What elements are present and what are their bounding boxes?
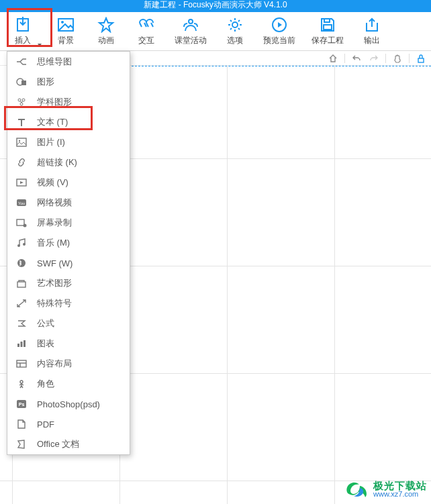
link-icon (15, 156, 28, 168)
menu-shape[interactable]: 图形 (7, 72, 130, 92)
subject-shape-icon (15, 96, 28, 108)
formula-icon (15, 317, 28, 330)
selection-dash (132, 66, 431, 66)
menu-mindmap[interactable]: 思维导图 (7, 52, 130, 72)
svg-point-14 (19, 140, 20, 142)
hand-icon[interactable] (391, 52, 403, 64)
svg-point-2 (189, 19, 193, 23)
class-activity-label: 课堂活动 (175, 35, 207, 46)
menu-character[interactable]: 角色 (7, 374, 130, 394)
menu-label: 图片 (I) (37, 136, 65, 148)
interaction-button[interactable]: 交互 (126, 12, 166, 50)
menu-label: 内容布局 (37, 358, 72, 370)
window-titlebar: 新建工程 - Focusky动画演示大师 V4.1.0 (0, 0, 431, 12)
gridline (334, 66, 335, 504)
menu-hyperlink[interactable]: 超链接 (K) (7, 152, 130, 172)
menu-label: 图形 (37, 76, 54, 88)
text-icon (15, 116, 28, 128)
svg-rect-27 (17, 360, 26, 367)
menu-subject-shape[interactable]: 学科图形 (7, 92, 130, 112)
background-button[interactable]: 背景 (46, 12, 86, 50)
svg-rect-24 (17, 344, 19, 347)
menu-music[interactable]: 音乐 (M) (7, 233, 130, 253)
svg-rect-13 (17, 138, 26, 146)
svg-rect-7 (418, 58, 424, 62)
svg-rect-9 (21, 81, 26, 85)
insert-label: 插入 (15, 35, 31, 46)
options-icon (226, 16, 244, 34)
svg-rect-18 (17, 219, 24, 225)
artshape-icon (15, 277, 28, 289)
pdf-icon (15, 418, 28, 430)
options-button[interactable]: 选项 (215, 12, 255, 50)
svg-point-19 (23, 224, 27, 228)
menu-video[interactable]: 视频 (V) (7, 172, 130, 193)
insert-button[interactable]: 插入 (0, 12, 46, 50)
menu-label: 文本 (T) (37, 116, 68, 128)
svg-rect-26 (23, 340, 26, 347)
menu-label: 思维导图 (37, 56, 72, 68)
menu-artshape[interactable]: 艺术图形 (7, 273, 130, 293)
svg-rect-5 (324, 19, 330, 22)
export-button[interactable]: 输出 (352, 12, 392, 50)
swf-icon (15, 257, 28, 269)
background-icon (56, 16, 75, 34)
character-icon (15, 378, 28, 390)
menu-pdf[interactable]: PDF (7, 414, 130, 434)
menu-label: 角色 (37, 378, 54, 390)
menu-swf[interactable]: SWF (W) (7, 253, 130, 273)
svg-text:Ps: Ps (19, 402, 25, 407)
video-icon (15, 177, 28, 189)
menu-label: 学科图形 (37, 96, 72, 108)
svg-point-28 (20, 381, 23, 383)
separator (385, 54, 386, 63)
menu-label: Office 文档 (37, 438, 79, 450)
menu-screenrec[interactable]: 屏幕录制 (7, 213, 130, 233)
gridline (227, 66, 228, 504)
svg-point-12 (20, 103, 23, 105)
save-button[interactable]: 保存工程 (303, 12, 352, 50)
menu-formula[interactable]: 公式 (7, 313, 130, 334)
separator (344, 54, 345, 63)
class-activity-button[interactable]: 课堂活动 (166, 12, 215, 50)
lock-icon[interactable] (415, 52, 427, 64)
options-label: 选项 (227, 35, 243, 46)
redo-icon[interactable] (368, 52, 380, 64)
menu-label: 屏幕录制 (37, 217, 72, 229)
menu-photoshop[interactable]: Ps PhotoShop(psd) (7, 394, 130, 414)
svg-point-22 (17, 259, 26, 267)
office-icon (15, 438, 28, 450)
preview-button[interactable]: 预览当前 (255, 12, 303, 50)
menu-chart[interactable]: 图表 (7, 334, 130, 354)
menu-label: PDF (37, 419, 54, 430)
menu-label: PhotoShop(psd) (37, 399, 100, 409)
menu-specialchar[interactable]: 特殊符号 (7, 293, 130, 313)
watermark-text-cn: 极光下载站 (373, 481, 427, 491)
svg-point-3 (232, 22, 238, 28)
menu-image[interactable]: 图片 (I) (7, 132, 130, 152)
menu-label: 公式 (37, 317, 54, 330)
music-icon (15, 237, 28, 249)
menu-text[interactable]: 文本 (T) (7, 112, 130, 132)
watermark-text-url: www.xz7.com (373, 491, 427, 498)
svg-rect-6 (324, 25, 332, 30)
save-icon (318, 16, 337, 34)
animation-button[interactable]: 动画 (86, 12, 126, 50)
svg-point-21 (23, 243, 26, 246)
interaction-icon (137, 16, 156, 34)
save-label: 保存工程 (312, 35, 344, 46)
export-label: 输出 (364, 35, 380, 46)
mindmap-icon (15, 56, 28, 68)
menu-webvideo[interactable]: You 网络视频 (7, 193, 130, 213)
home-icon[interactable] (327, 52, 339, 64)
undo-icon[interactable] (350, 52, 363, 64)
photoshop-icon: Ps (15, 398, 28, 410)
image-icon (15, 136, 28, 148)
menu-label: 网络视频 (37, 197, 72, 209)
webvideo-icon: You (15, 197, 28, 209)
menu-label: 图表 (37, 338, 54, 350)
menu-office[interactable]: Office 文档 (7, 434, 130, 454)
svg-point-20 (17, 244, 20, 247)
menu-label: 艺术图形 (37, 277, 72, 289)
menu-layout[interactable]: 内容布局 (7, 354, 130, 374)
